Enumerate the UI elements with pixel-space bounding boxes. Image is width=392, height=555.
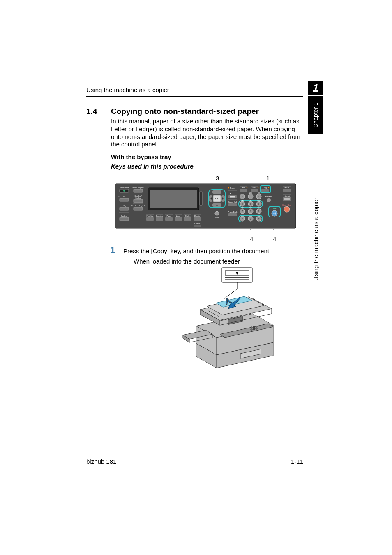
step-1-text: Press the [Copy] key, and then position … bbox=[123, 247, 271, 254]
svg-rect-33 bbox=[194, 225, 201, 227]
svg-rect-112 bbox=[251, 327, 252, 328]
section-number: 1.4 bbox=[86, 107, 97, 116]
svg-rect-59 bbox=[251, 189, 258, 192]
svg-point-99 bbox=[267, 198, 271, 202]
chapter-side-tab-text: Chapter 1 bbox=[312, 102, 319, 127]
dash: – bbox=[123, 258, 127, 265]
svg-text:#: # bbox=[258, 217, 260, 220]
callout-4b: 4 bbox=[273, 236, 276, 243]
svg-point-105 bbox=[284, 206, 290, 212]
svg-rect-116 bbox=[253, 328, 255, 330]
svg-text:9: 9 bbox=[258, 210, 260, 213]
btn-finishing: Finishing bbox=[146, 215, 154, 221]
svg-text:Quality: Quality bbox=[185, 215, 191, 217]
svg-rect-50 bbox=[230, 196, 235, 198]
svg-text:4: 4 bbox=[242, 203, 243, 205]
svg-rect-115 bbox=[251, 329, 252, 330]
svg-rect-114 bbox=[256, 326, 257, 327]
svg-rect-104 bbox=[284, 198, 290, 200]
page: Using the machine as a copier 1 Chapter … bbox=[0, 0, 392, 555]
svg-point-56 bbox=[247, 187, 248, 188]
svg-text:Finishing: Finishing bbox=[147, 215, 154, 217]
ok-label: OK bbox=[215, 197, 219, 200]
svg-text:Density: Density bbox=[194, 215, 201, 217]
svg-text:Zoom: Zoom bbox=[176, 215, 181, 217]
svg-point-58 bbox=[258, 187, 259, 188]
svg-text:TUV: TUV bbox=[249, 207, 252, 209]
label-combine-original: Combine Original bbox=[131, 205, 145, 207]
svg-rect-117 bbox=[256, 328, 257, 329]
svg-text:Paper: Paper bbox=[166, 215, 171, 217]
svg-rect-16 bbox=[134, 207, 143, 210]
svg-rect-52 bbox=[228, 213, 237, 216]
svg-text:3: 3 bbox=[258, 195, 260, 198]
svg-rect-15 bbox=[134, 199, 143, 203]
label-back: Back bbox=[215, 217, 219, 219]
label-clear-stop: Clear / Stop bbox=[282, 204, 292, 206]
label-printer: Printer bbox=[230, 187, 235, 189]
svg-point-48 bbox=[228, 187, 229, 189]
running-head-text: Using the machine as a copier bbox=[86, 86, 303, 93]
svg-rect-24 bbox=[156, 217, 163, 221]
keypad: 1 2 ABC 3 DEF 4 GHI 5 JKL 6 MNO 7 PQRS 8… bbox=[239, 192, 263, 222]
callout-3: 3 bbox=[216, 175, 219, 182]
svg-text:8: 8 bbox=[250, 210, 251, 213]
subheading-bypass: With the bypass tray bbox=[111, 153, 171, 160]
svg-text:Duplex: Duplex bbox=[135, 197, 141, 199]
label-interrupt: Interrupt bbox=[284, 195, 290, 197]
label-confirm: Confirm bbox=[121, 215, 127, 217]
svg-rect-26 bbox=[165, 217, 173, 221]
svg-text:6: 6 bbox=[258, 203, 260, 205]
callout-4a: 4 bbox=[250, 236, 253, 243]
svg-text:7: 7 bbox=[242, 210, 243, 213]
label-access: Access bbox=[230, 193, 235, 195]
label-utility: Utility bbox=[122, 205, 127, 207]
label-start: Start bbox=[273, 208, 277, 210]
svg-text:GHI: GHI bbox=[241, 200, 244, 201]
svg-rect-8 bbox=[120, 207, 129, 210]
header-rule bbox=[86, 95, 303, 97]
step-1-sub-text: When loaded into the document feeder bbox=[134, 258, 240, 265]
svg-text:PQRS: PQRS bbox=[241, 207, 244, 209]
document-feeder-illustration: ▼ bbox=[179, 265, 286, 368]
footer-model: bizhub 181 bbox=[86, 458, 116, 465]
svg-text:0: 0 bbox=[250, 217, 251, 220]
svg-text:JKL: JKL bbox=[249, 200, 252, 201]
svg-rect-57 bbox=[240, 189, 247, 192]
btn-density: Density bbox=[194, 215, 201, 221]
section-intro: In this manual, paper of a size other th… bbox=[111, 118, 302, 148]
label-fax: Fax bbox=[242, 187, 246, 189]
step-1-number: 1 bbox=[110, 245, 115, 256]
callout-1: 1 bbox=[266, 175, 270, 182]
label-mode-memory: Mode Memory bbox=[119, 196, 130, 198]
chapter-side-tab: Chapter 1 bbox=[308, 96, 323, 134]
footer-page-number: 1-11 bbox=[291, 458, 303, 465]
section-title: Copying onto non-standard-sized paper bbox=[111, 107, 259, 116]
svg-rect-22 bbox=[146, 217, 154, 221]
svg-rect-9 bbox=[120, 217, 129, 221]
section-side-label-text: Using the machine as a copier bbox=[312, 198, 319, 281]
svg-rect-28 bbox=[175, 217, 182, 221]
svg-text:DEF: DEF bbox=[258, 192, 260, 194]
svg-text:5: 5 bbox=[250, 203, 251, 205]
svg-rect-13 bbox=[134, 189, 143, 192]
label-mixed-original: Mixed Original bbox=[133, 187, 144, 189]
control-panel-illustration: Power Save Mode Memory Utility Confirm M… bbox=[115, 183, 296, 230]
svg-text:1: 1 bbox=[242, 195, 243, 198]
running-head-block: Using the machine as a copier bbox=[86, 86, 303, 97]
svg-point-6 bbox=[123, 190, 125, 192]
label-speed-dial: Speed Dial bbox=[228, 201, 237, 203]
chapter-number-tab: 1 bbox=[308, 81, 323, 95]
svg-rect-20 bbox=[150, 190, 197, 208]
svg-rect-32 bbox=[194, 217, 201, 221]
label-phone-book: Phone Book bbox=[228, 211, 238, 213]
feeder-arrow-marker: ▼ bbox=[235, 271, 240, 275]
svg-text:WXYZ: WXYZ bbox=[257, 207, 261, 209]
svg-rect-40 bbox=[200, 192, 202, 206]
label-123abc: 123/ABC bbox=[265, 196, 272, 198]
svg-text:MNO: MNO bbox=[258, 200, 261, 201]
btn-quality: Quality bbox=[184, 215, 191, 221]
label-power-save: Power Save bbox=[120, 187, 129, 189]
label-reset: Reset bbox=[285, 187, 290, 189]
svg-text:ABC: ABC bbox=[249, 192, 252, 194]
